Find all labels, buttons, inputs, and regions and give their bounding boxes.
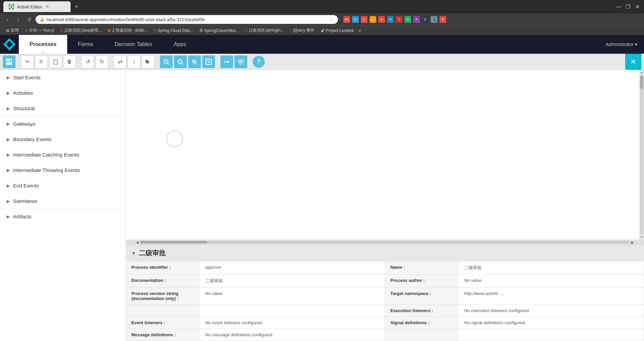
svg-point-19 (224, 61, 225, 62)
svg-line-15 (196, 63, 197, 65)
zoom-fit-button[interactable] (188, 55, 201, 68)
main-layout: ▶ Start Events ▶ Activities ▶ Structural… (0, 70, 644, 341)
zoom-out-button[interactable] (174, 55, 187, 68)
help-button[interactable]: ? (253, 56, 265, 68)
browser-chrome: Activiti Editor ✕ + — ❐ ✕ (0, 0, 644, 13)
address-bar[interactable]: 🔒 localhost:8080/activiti-app/editor/#/e… (36, 15, 338, 24)
app-logo[interactable] (0, 35, 19, 54)
forward-button[interactable]: › (14, 16, 22, 23)
new-tab-button[interactable]: + (75, 3, 78, 10)
bookmark-vuejs[interactable]: V介绍 — Vue.js (22, 27, 57, 34)
ext-cn-icon: C (396, 16, 402, 23)
scroll-up-arrow-icon[interactable]: ▲ (639, 70, 644, 75)
v-scroll-thumb[interactable] (640, 76, 643, 89)
v-scroll-track[interactable] (640, 76, 643, 234)
prop-value-name: 二级审批 (459, 261, 644, 274)
h-scroll-track[interactable] (140, 241, 630, 244)
horizontal-layout-button[interactable]: ⇄ (114, 55, 126, 68)
actual-size-button[interactable] (202, 55, 215, 68)
save-button[interactable] (3, 55, 15, 68)
start-events-arrow-icon: ▶ (7, 75, 10, 80)
prop-value-empty (200, 305, 385, 317)
flow-button[interactable] (220, 55, 233, 68)
bookmarks-more[interactable]: » (358, 28, 361, 33)
nav-processes[interactable]: Processes (19, 35, 67, 54)
vertical-scrollbar[interactable]: ▲ ▼ (639, 70, 644, 240)
collapse-icon[interactable]: ▼ (131, 251, 136, 256)
sidebar-item-end-events[interactable]: ▶ End Events (0, 178, 126, 194)
cut-button[interactable]: ✂ (21, 55, 34, 68)
close-window-button[interactable]: ✕ (634, 4, 641, 10)
copy-button[interactable]: ⎘ (35, 55, 48, 68)
properties-title: 二级审批 (139, 249, 166, 258)
browser-tab[interactable]: Activiti Editor ✕ (3, 1, 71, 12)
sidebar-item-intermediate-throwing[interactable]: ▶ Intermediate Throwing Events (0, 163, 126, 178)
scroll-down-arrow-icon[interactable]: ▼ (639, 235, 644, 240)
select-button[interactable] (142, 55, 155, 68)
prop-value-empty2 (459, 329, 644, 341)
tab-close-button[interactable]: ✕ (45, 4, 50, 9)
nav-apps[interactable]: Apps (163, 35, 197, 54)
sidebar-item-artifacts[interactable]: ▶ Artifacts (0, 209, 126, 224)
sidebar-item-swimlanes[interactable]: ▶ Swimlanes (0, 194, 126, 209)
sidebar-item-boundary-events[interactable]: ▶ Boundary Events (0, 132, 126, 147)
structural-arrow-icon: ▶ (7, 106, 10, 111)
sidebar-item-start-events[interactable]: ▶ Start Events (0, 70, 126, 85)
sidebar-item-gateways[interactable]: ▶ Gateways (0, 116, 126, 132)
prop-value-documentation: 二级审批 (200, 274, 385, 288)
bookmark-star-icon[interactable]: ☆ (330, 17, 334, 22)
prop-value-event-listeners: No event listeners configured (200, 317, 385, 329)
zoom-in-button[interactable] (160, 55, 173, 68)
ext-abp-icon: A (370, 16, 376, 23)
layout-button[interactable] (234, 55, 247, 68)
undo-button[interactable]: ↺ (81, 55, 94, 68)
prop-value-signal-definitions: No signal definitions configured (459, 317, 644, 329)
maximize-button[interactable]: ❐ (625, 4, 631, 10)
horizontal-scrollbar[interactable]: ◀ ▶ (126, 240, 644, 245)
nav-forms[interactable]: Forms (67, 35, 104, 54)
sidebar: ▶ Start Events ▶ Activities ▶ Structural… (0, 70, 126, 341)
delete-button[interactable]: 🗑 (63, 55, 76, 68)
process-element[interactable] (166, 130, 183, 147)
tab-favicon (9, 4, 14, 9)
window-controls: — ❐ ✕ (615, 4, 641, 10)
refresh-button[interactable]: ↺ (25, 16, 33, 23)
sidebar-item-activities[interactable]: ▶ Activities (0, 85, 126, 101)
bookmark-spring[interactable]: SSpring Cloud Dals... (151, 28, 196, 34)
bookmark-java[interactable]: C(2条消息)Java使用... (58, 27, 104, 34)
properties-grid: Process identifier : approve Name : 二级审批… (126, 261, 644, 341)
back-button[interactable]: ‹ (3, 16, 11, 23)
bookmark-apps[interactable]: ⊞应用 (3, 27, 22, 34)
redo-button[interactable]: ↻ (95, 55, 108, 68)
paste-button[interactable]: 📋 (49, 55, 62, 68)
close-editor-button[interactable]: ✕ (625, 54, 641, 70)
bookmark-dubbo[interactable]: M2 快速启动 · dubb... (105, 27, 150, 34)
boundary-events-arrow-icon: ▶ (7, 137, 10, 142)
minimize-button[interactable]: — (615, 4, 622, 10)
scroll-right-arrow-icon[interactable]: ▶ (631, 241, 634, 244)
prop-value-target-namespace: http://www.activiti. ... (459, 288, 644, 305)
sidebar-item-structural[interactable]: ▶ Structural (0, 101, 126, 116)
admin-dropdown-icon: ▾ (635, 42, 637, 47)
bookmark-alibaba[interactable]: SSpringCloudAliba... (197, 28, 242, 34)
scroll-left-arrow-icon[interactable]: ◀ (136, 241, 139, 244)
ext-p-icon: P (413, 16, 420, 23)
prop-label-execution-listeners: Execution listeners : (385, 305, 459, 317)
activities-arrow-icon: ▶ (7, 91, 10, 95)
admin-menu[interactable]: Administrator ▾ (599, 42, 644, 47)
h-scroll-thumb[interactable] (140, 241, 207, 244)
start-event-circle[interactable] (166, 130, 183, 147)
canvas-properties-area: ▲ ▼ ◀ ▶ ▼ 二级审批 Pro (126, 70, 644, 341)
prop-label-empty2 (385, 329, 459, 341)
bookmark-lombok[interactable]: 🌶Project Lombok (318, 28, 356, 34)
sidebar-item-intermediate-catching[interactable]: ▶ Intermediate Catching Events (0, 147, 126, 163)
prop-label-version-string: Process version string (documentation on… (126, 288, 200, 305)
bookmark-jquery[interactable]: JjQuery 事件 (287, 27, 317, 34)
bookmark-springm[interactable]: C(1条消息)springm... (242, 27, 287, 34)
canvas[interactable]: ▲ ▼ (126, 70, 644, 240)
ext-v-icon: V (352, 16, 359, 23)
svg-point-14 (194, 61, 195, 62)
nav-decision-tables[interactable]: Decision Tables (104, 35, 163, 54)
end-events-arrow-icon: ▶ (7, 183, 10, 188)
vertical-layout-button[interactable]: ↕ (128, 55, 140, 68)
